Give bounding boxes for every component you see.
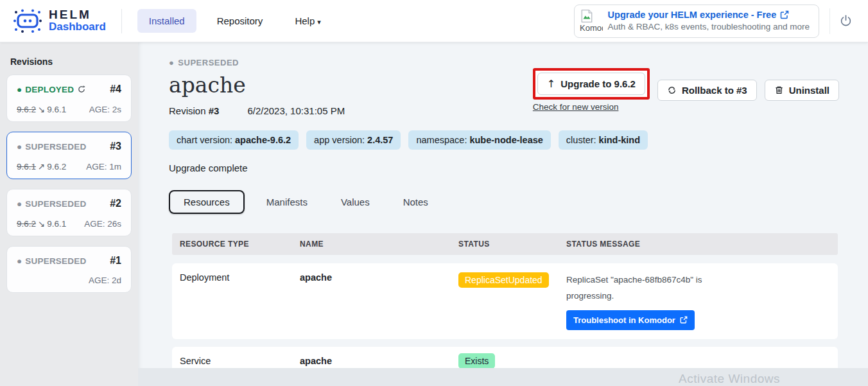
version-to: 9.6.2 <box>47 162 66 171</box>
status-badge: Exists <box>458 353 495 369</box>
banner-text: Upgrade your HELM experience - Free Auth… <box>608 8 810 33</box>
version-to: 9.6.1 <box>47 219 66 229</box>
badge-value: kind-kind <box>599 135 640 145</box>
komodor-upgrade-banner[interactable]: Komodor Upgrade your HELM experience - F… <box>574 4 819 38</box>
banner-title[interactable]: Upgrade your HELM experience - Free <box>608 8 810 21</box>
version-from: 9.6.2 <box>17 105 36 114</box>
version-arrow-icon: ↘ <box>38 218 45 229</box>
badge-label: chart version: <box>177 135 232 145</box>
revision-status: ● SUPERSEDED <box>17 256 86 266</box>
komodor-image-alt-text: Komodor <box>580 23 603 33</box>
revision-card-1[interactable]: ● SUPERSEDED #1 AGE: 2d <box>6 246 132 293</box>
cell-resource-type: Service <box>180 356 300 366</box>
tab-resources[interactable]: Resources <box>169 190 245 214</box>
status-dot-icon: ● <box>17 256 22 266</box>
header-divider-2 <box>829 8 830 34</box>
col-status: STATUS <box>458 240 566 249</box>
logo-text: HELM Dashboard <box>49 8 106 33</box>
badge-label: app version: <box>314 135 365 145</box>
status-dot-icon: ● <box>17 199 22 209</box>
table-row-deployment: Deployment apache ReplicaSetUpdated Repl… <box>172 263 838 339</box>
komodor-broken-image: Komodor <box>580 9 603 33</box>
nav-installed[interactable]: Installed <box>137 9 196 33</box>
status-dot-icon: ● <box>169 58 174 67</box>
revision-word: Revision <box>169 105 206 116</box>
badge-value: kube-node-lease <box>469 135 542 145</box>
reload-icon[interactable] <box>77 85 86 94</box>
header-right: Komodor Upgrade your HELM experience - F… <box>574 4 859 38</box>
status-badge: ReplicaSetUpdated <box>458 272 549 288</box>
col-status-message: STATUS MESSAGE <box>566 240 830 249</box>
tab-manifests[interactable]: Manifests <box>255 191 319 213</box>
revision-age: AGE: 26s <box>84 219 121 229</box>
logo-line2: Dashboard <box>49 21 106 33</box>
col-resource-type: RESOURCE TYPE <box>180 240 300 249</box>
badge-label: namespace: <box>416 135 467 145</box>
revision-status: ● SUPERSEDED <box>17 142 86 152</box>
revision-number: #3 <box>209 105 220 116</box>
upgrade-highlight-box: ↑ Upgrade to 9.6.2 <box>533 68 650 100</box>
release-actions: ↑ Upgrade to 9.6.2 Check for new version… <box>533 68 839 112</box>
revision-label: Revision #3 <box>169 105 219 116</box>
app-version-badge: app version:2.4.57 <box>306 130 401 150</box>
banner-title-label: Upgrade your HELM experience - Free <box>608 8 777 21</box>
col-name: NAME <box>300 240 458 249</box>
troubleshoot-komodor-button[interactable]: Troubleshoot in Komodor <box>566 310 695 330</box>
version-to: 9.6.1 <box>47 105 66 114</box>
revision-card-4[interactable]: ● DEPLOYED #4 9.6.2 ↘ 9.6.1 AGE: 2s <box>6 75 132 122</box>
revisions-sidebar: Revisions ● DEPLOYED #4 9.6.2 ↘ 9.6.1 AG… <box>0 42 138 386</box>
activate-windows-watermark: Activate Windows <box>679 372 780 386</box>
revision-status: ● SUPERSEDED <box>17 199 86 209</box>
revision-number: #2 <box>110 198 121 209</box>
revision-number: #1 <box>110 255 121 267</box>
revision-status-label: SUPERSEDED <box>25 256 86 266</box>
trash-icon <box>774 85 784 95</box>
revision-date: 6/2/2023, 10:31:05 PM <box>247 105 345 116</box>
version-from: 9.6.2 <box>17 219 36 229</box>
tab-values[interactable]: Values <box>329 191 381 213</box>
revision-age: AGE: 2s <box>89 105 121 114</box>
badge-value: 2.4.57 <box>367 135 393 145</box>
nav-repository[interactable]: Repository <box>205 9 275 33</box>
cell-name: apache <box>300 272 458 283</box>
status-dot-icon: ● <box>17 142 22 152</box>
revision-status-label: DEPLOYED <box>25 85 74 94</box>
revision-card-2[interactable]: ● SUPERSEDED #2 9.6.2 ↘ 9.6.1 AGE: 26s <box>6 189 132 236</box>
check-new-version-link[interactable]: Check for new version <box>533 102 650 112</box>
revision-card-3-selected[interactable]: ● SUPERSEDED #3 9.6.1 ↗ 9.6.2 AGE: 1m <box>6 132 132 179</box>
upgrade-button-label: Upgrade to 9.6.2 <box>560 78 636 89</box>
banner-subtitle: Auth & RBAC, k8s events, troubleshooting… <box>608 21 810 33</box>
tab-notes[interactable]: Notes <box>392 191 440 213</box>
revision-status-label: SUPERSEDED <box>25 199 86 209</box>
cluster-badge: cluster:kind-kind <box>559 130 648 150</box>
helm-dashboard-logo[interactable]: HELM Dashboard <box>13 8 106 34</box>
namespace-badge: namespace:kube-node-lease <box>408 130 550 150</box>
header-divider <box>121 9 122 33</box>
rollback-button[interactable]: Rollback to #3 <box>657 80 757 101</box>
revisions-title: Revisions <box>10 57 138 67</box>
nav-help[interactable]: Help▾ <box>283 9 332 33</box>
revision-number: #4 <box>110 83 121 95</box>
release-detail-panel: ● SUPERSEDED apache Revision #3 6/2/2023… <box>138 42 868 368</box>
revision-status: ● DEPLOYED <box>17 85 86 94</box>
badge-value: apache-9.6.2 <box>235 135 291 145</box>
arrow-up-icon: ↑ <box>547 78 555 90</box>
uninstall-button-label: Uninstall <box>789 85 829 96</box>
nav-help-label: Help <box>295 15 315 26</box>
revision-status-label: SUPERSEDED <box>25 142 86 152</box>
main-nav: Installed Repository Help▾ <box>137 9 333 33</box>
rollback-icon <box>667 85 677 95</box>
helm-dashboard-app: HELM Dashboard Installed Repository Help… <box>0 0 868 386</box>
power-icon[interactable] <box>839 14 853 28</box>
chart-version-badge: chart version:apache-9.6.2 <box>169 130 299 150</box>
revision-number: #3 <box>110 141 121 152</box>
table-header-row: RESOURCE TYPE NAME STATUS STATUS MESSAGE <box>172 233 838 255</box>
upgrade-button[interactable]: ↑ Upgrade to 9.6.2 <box>537 73 645 95</box>
top-navbar: HELM Dashboard Installed Repository Help… <box>0 0 868 42</box>
status-dot-icon: ● <box>17 85 22 94</box>
uninstall-button[interactable]: Uninstall <box>765 80 839 101</box>
version-arrow-icon: ↗ <box>38 161 45 171</box>
logo-line1: HELM <box>49 8 106 21</box>
release-metadata-badges: chart version:apache-9.6.2 app version:2… <box>169 130 839 150</box>
resources-table: RESOURCE TYPE NAME STATUS STATUS MESSAGE… <box>172 233 838 375</box>
